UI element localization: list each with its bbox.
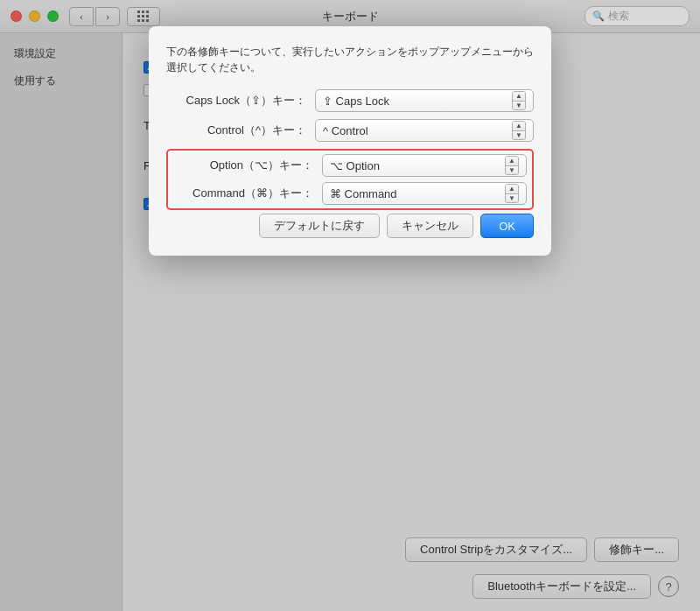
command-stepper-down[interactable]: ▼: [506, 194, 518, 203]
modal-description: 下の各修飾キーについて、実行したいアクションをポップアップメニューから選択してく…: [166, 44, 534, 75]
modifier-row-command: Command（⌘）キー： ⌘ Command ▲ ▼: [173, 182, 527, 205]
capslock-stepper-up[interactable]: ▲: [513, 92, 525, 102]
capslock-label: Caps Lock（⇪）キー：: [166, 93, 315, 109]
capslock-stepper-down[interactable]: ▼: [513, 102, 525, 110]
control-stepper-up[interactable]: ▲: [513, 122, 525, 131]
control-stepper-down[interactable]: ▼: [513, 131, 525, 140]
command-stepper-up[interactable]: ▲: [506, 185, 518, 194]
command-select[interactable]: ⌘ Command ▲ ▼: [322, 182, 527, 205]
capslock-stepper[interactable]: ▲ ▼: [512, 91, 526, 110]
capslock-select-wrap: ⇪ Caps Lock ▲ ▼: [315, 89, 534, 112]
option-stepper[interactable]: ▲ ▼: [505, 156, 519, 175]
modal-dialog: 下の各修飾キーについて、実行したいアクションをポップアップメニューから選択してく…: [149, 26, 551, 256]
modal-overlay: 下の各修飾キーについて、実行したいアクションをポップアップメニューから選択してく…: [0, 0, 700, 611]
modifier-row-option: Option（⌥）キー： ⌥ Option ▲ ▼: [173, 154, 527, 177]
command-select-wrap: ⌘ Command ▲ ▼: [322, 182, 527, 205]
control-label: Control（^）キー：: [166, 123, 315, 138]
command-value: ⌘ Command: [330, 187, 397, 200]
command-stepper[interactable]: ▲ ▼: [505, 184, 519, 203]
control-select[interactable]: ^ Control ▲ ▼: [315, 119, 534, 142]
modifier-row-control: Control（^）キー： ^ Control ▲ ▼: [166, 119, 534, 142]
option-stepper-up[interactable]: ▲: [506, 157, 518, 166]
control-stepper[interactable]: ▲ ▼: [512, 121, 526, 140]
option-label: Option（⌥）キー：: [173, 158, 322, 173]
option-select-wrap: ⌥ Option ▲ ▼: [322, 154, 527, 177]
capslock-value: ⇪ Caps Lock: [323, 95, 389, 108]
command-label: Command（⌘）キー：: [173, 186, 322, 201]
control-value: ^ Control: [323, 124, 368, 137]
cancel-button[interactable]: キャンセル: [387, 214, 473, 238]
option-stepper-down[interactable]: ▼: [506, 166, 518, 175]
highlighted-group: Option（⌥）キー： ⌥ Option ▲ ▼: [166, 149, 534, 210]
modifier-row-capslock: Caps Lock（⇪）キー： ⇪ Caps Lock ▲ ▼: [166, 89, 534, 112]
modal-buttons: デフォルトに戻す キャンセル OK: [166, 214, 534, 238]
option-select[interactable]: ⌥ Option ▲ ▼: [322, 154, 527, 177]
default-button[interactable]: デフォルトに戻す: [259, 214, 380, 238]
capslock-select[interactable]: ⇪ Caps Lock ▲ ▼: [315, 89, 534, 112]
ok-button[interactable]: OK: [480, 214, 534, 238]
option-value: ⌥ Option: [330, 159, 380, 172]
control-select-wrap: ^ Control ▲ ▼: [315, 119, 534, 142]
modifier-rows: Caps Lock（⇪）キー： ⇪ Caps Lock ▲ ▼ Cont: [166, 89, 534, 210]
